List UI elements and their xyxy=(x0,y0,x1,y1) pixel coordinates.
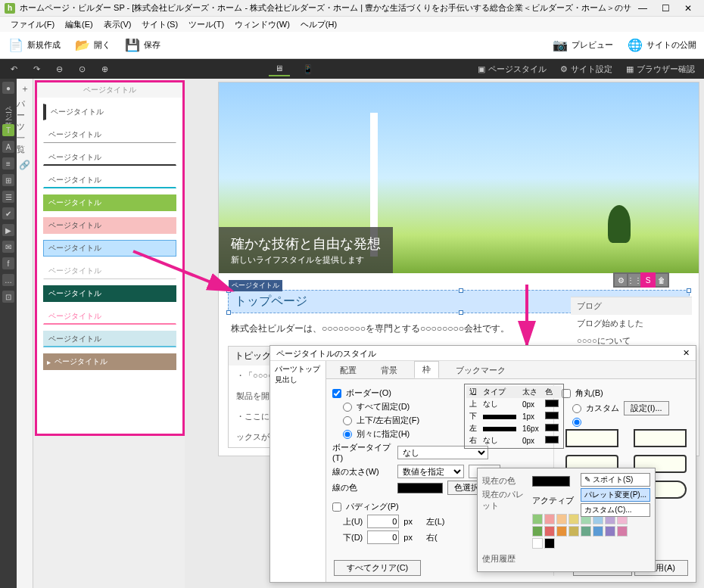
palette-swatch[interactable] xyxy=(532,538,543,549)
undo-icon[interactable]: ↶ xyxy=(6,61,21,76)
rail-icon-5[interactable]: ☰ xyxy=(2,191,14,203)
menu-tool[interactable]: ツール(T) xyxy=(184,17,229,32)
tab-bookmark[interactable]: ブックマーク xyxy=(448,362,513,378)
palette-swatch[interactable] xyxy=(532,526,543,537)
page-title-style-panel: ページタイトル ページタイトル ページタイトル ページタイトル ページタイトル … xyxy=(35,80,185,436)
palette-swatch[interactable] xyxy=(532,514,543,524)
padding-checkbox[interactable] xyxy=(332,502,341,512)
rail-icon-11[interactable]: ⊡ xyxy=(2,291,14,303)
round-settings-button[interactable]: 設定(I)... xyxy=(624,401,669,415)
palette-swatch[interactable] xyxy=(617,526,628,537)
rail-icon-3[interactable]: ≡ xyxy=(2,157,14,170)
border-color-label: 線の色 xyxy=(332,482,393,493)
clear-all-button[interactable]: すべてクリア(C) xyxy=(334,560,421,576)
open-button[interactable]: 📂 開く xyxy=(74,37,111,54)
style-option-1[interactable]: ページタイトル xyxy=(43,104,176,120)
eyedropper-button[interactable]: ✎ スポイト(S) xyxy=(581,473,650,487)
rail-icon-8[interactable]: ✉ xyxy=(2,241,14,253)
preview-button[interactable]: 📷 プレビュー xyxy=(552,37,613,54)
maximize-button[interactable]: ☐ xyxy=(654,2,677,14)
dialog-left-item[interactable]: パーツトップ 見出し xyxy=(270,361,326,388)
border-all-radio[interactable] xyxy=(343,403,352,412)
custom-color-button[interactable]: カスタム(C)... xyxy=(581,503,650,517)
rail-icon-10[interactable]: … xyxy=(2,274,14,286)
palette-swatch[interactable] xyxy=(605,526,615,537)
rail-icon-6[interactable]: ✔ xyxy=(2,207,14,219)
palette-swatch[interactable] xyxy=(544,526,555,537)
publish-button[interactable]: 🌐 サイトの公開 xyxy=(627,37,696,54)
style-option-11[interactable]: ページタイトル xyxy=(43,331,176,347)
custom-round-radio[interactable] xyxy=(572,404,581,413)
device-desktop-tab[interactable]: 🖥 xyxy=(269,61,290,76)
palette-swatch[interactable] xyxy=(556,514,567,524)
palette-swatch[interactable] xyxy=(544,538,555,549)
device-mobile-tab[interactable]: 📱 xyxy=(297,61,319,76)
border-tb-radio[interactable] xyxy=(343,416,352,425)
zoom-reset-icon[interactable]: ⊙ xyxy=(74,61,89,76)
palette-swatch[interactable] xyxy=(568,526,579,537)
blog-item-1[interactable]: ブログ始めました xyxy=(571,315,692,332)
browser-check-button[interactable]: ▦ブラウザー確認 xyxy=(623,64,698,75)
border-each-radio[interactable] xyxy=(343,430,352,439)
pad-u-input[interactable] xyxy=(367,515,399,528)
close-button[interactable]: ✕ xyxy=(677,2,699,14)
zoom-out-icon[interactable]: ⊖ xyxy=(51,61,67,76)
preset-round-radio[interactable] xyxy=(572,418,581,427)
menu-help[interactable]: ヘルプ(H) xyxy=(296,17,341,32)
palette-swatch[interactable] xyxy=(544,514,555,524)
round-preset-2[interactable] xyxy=(634,429,687,447)
dialog-close-icon[interactable]: ✕ xyxy=(683,348,690,358)
palette-change-button[interactable]: パレット変更(P)... xyxy=(581,488,650,502)
style-option-6[interactable]: ページタイトル xyxy=(43,217,176,234)
palette-swatch[interactable] xyxy=(581,526,591,537)
border-checkbox[interactable] xyxy=(332,389,341,398)
redo-icon[interactable]: ↷ xyxy=(29,61,44,76)
rail-icon-1[interactable]: ● xyxy=(2,82,14,94)
tab-layout[interactable]: 配置 xyxy=(332,362,364,378)
link-icon[interactable]: 🔗 xyxy=(20,160,30,170)
rail-icon-4[interactable]: ⊞ xyxy=(2,174,14,186)
save-button[interactable]: 💾 保存 xyxy=(124,37,160,54)
pad-d-input[interactable] xyxy=(367,530,399,544)
rail-icon-type[interactable]: T xyxy=(2,124,14,136)
style-option-2[interactable]: ページタイトル xyxy=(43,126,176,143)
parts-tab-label[interactable]: パーツ一覧 xyxy=(17,98,33,155)
pages-tab-label[interactable]: ページ一覧 xyxy=(4,101,14,117)
tab-border[interactable]: 枠 xyxy=(414,361,439,378)
page-style-button[interactable]: ▣ページスタイル xyxy=(475,64,550,75)
style-option-9[interactable]: ページタイトル xyxy=(43,285,176,302)
round-preset-1[interactable] xyxy=(565,429,618,447)
border-each-label: 別々に指定(H) xyxy=(357,428,410,440)
menu-window[interactable]: ウィンドウ(W) xyxy=(230,17,294,32)
style-option-5[interactable]: ページタイトル xyxy=(43,194,176,211)
palette-swatch[interactable] xyxy=(568,514,579,524)
style-option-4[interactable]: ページタイトル xyxy=(43,172,176,188)
style-option-10[interactable]: ページタイトル xyxy=(43,308,176,325)
sel-grid-icon[interactable]: ⋮⋮ xyxy=(628,274,640,286)
zoom-in-icon[interactable]: ⊕ xyxy=(97,61,112,76)
border-width-mode[interactable]: 数値を指定 xyxy=(397,465,464,478)
style-option-8[interactable]: ページタイトル xyxy=(43,263,176,279)
site-settings-button[interactable]: ⚙サイト設定 xyxy=(557,64,615,75)
style-option-3[interactable]: ページタイトル xyxy=(43,149,176,166)
new-button[interactable]: 📄 新規作成 xyxy=(8,37,61,54)
rail-icon-9[interactable]: f xyxy=(2,257,14,269)
rail-icon-7[interactable]: ▶ xyxy=(2,224,14,236)
menu-view[interactable]: 表示(V) xyxy=(99,17,136,32)
sel-style-icon[interactable]: S xyxy=(642,274,654,286)
menu-site[interactable]: サイト(S) xyxy=(137,17,182,32)
style-option-7-selected[interactable]: ページタイトル xyxy=(43,240,176,257)
palette-swatch[interactable] xyxy=(556,526,567,537)
tab-bg[interactable]: 背景 xyxy=(373,362,405,378)
sel-delete-icon[interactable]: 🗑 xyxy=(656,274,668,286)
menu-edit[interactable]: 編集(E) xyxy=(61,17,98,32)
open-label: 開く xyxy=(94,39,111,51)
minimize-button[interactable]: — xyxy=(631,2,654,14)
hero-sub: 新しいライフスタイルを提供します xyxy=(231,254,381,266)
sel-settings-icon[interactable]: ⚙ xyxy=(615,274,627,286)
style-option-12[interactable]: ページタイトル xyxy=(43,353,176,370)
palette-swatch[interactable] xyxy=(593,526,603,537)
menu-file[interactable]: ファイル(F) xyxy=(6,17,59,32)
add-icon[interactable]: ＋ xyxy=(20,83,30,94)
rail-icon-2[interactable]: A xyxy=(2,141,14,153)
